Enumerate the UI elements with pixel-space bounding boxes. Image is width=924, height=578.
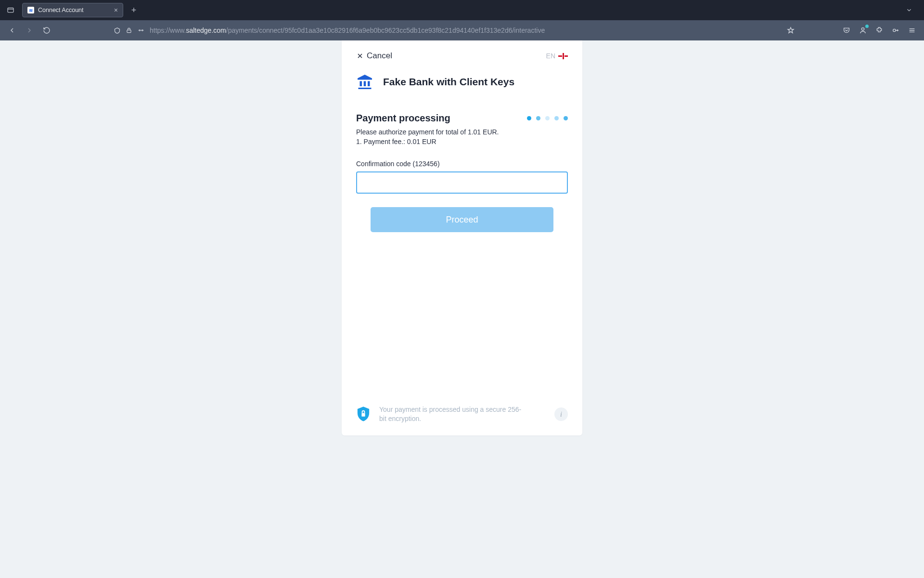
extensions-button[interactable] bbox=[872, 23, 886, 38]
pocket-button[interactable] bbox=[839, 23, 854, 38]
tabs-overflow-button[interactable] bbox=[906, 7, 921, 13]
svg-rect-1 bbox=[127, 30, 131, 32]
nav-reload-button[interactable] bbox=[39, 23, 54, 38]
security-footer-text: Your payment is processed using a secure… bbox=[379, 405, 524, 424]
page-viewport: Cancel EN Fake Bank with Client Keys Pay… bbox=[0, 40, 924, 578]
lock-icon[interactable] bbox=[126, 27, 132, 34]
nav-forward-button[interactable] bbox=[22, 23, 37, 38]
new-tab-button[interactable]: + bbox=[127, 5, 141, 15]
progress-dots bbox=[527, 116, 568, 120]
language-selector[interactable]: EN bbox=[546, 52, 568, 60]
shield-lock-icon bbox=[356, 406, 371, 422]
account-button[interactable] bbox=[856, 23, 870, 38]
tracking-protection-icon[interactable] bbox=[114, 27, 121, 34]
confirmation-code-label: Confirmation code (123456) bbox=[356, 160, 568, 168]
security-footer: Your payment is processed using a secure… bbox=[356, 405, 568, 424]
progress-dot bbox=[554, 116, 559, 120]
permissions-icon[interactable] bbox=[137, 27, 145, 34]
proceed-button[interactable]: Proceed bbox=[371, 207, 553, 232]
svg-rect-0 bbox=[8, 8, 13, 12]
bookmark-button[interactable] bbox=[783, 23, 798, 38]
card-header: Cancel EN bbox=[356, 51, 568, 61]
section-title: Payment processing bbox=[356, 113, 450, 124]
progress-dot bbox=[545, 116, 550, 120]
cancel-button[interactable]: Cancel bbox=[356, 51, 392, 61]
connect-card: Cancel EN Fake Bank with Client Keys Pay… bbox=[342, 40, 582, 435]
progress-dot bbox=[527, 116, 531, 120]
app-menu-button[interactable] bbox=[905, 23, 919, 38]
progress-dot bbox=[536, 116, 540, 120]
svg-point-3 bbox=[142, 30, 143, 31]
payment-line-1: Please authorize payment for total of 1.… bbox=[356, 128, 568, 137]
sidebar-toggle-icon[interactable] bbox=[3, 2, 18, 18]
tab-strip: ≋ Connect Account × + bbox=[0, 0, 924, 20]
language-code: EN bbox=[546, 52, 555, 60]
svg-point-5 bbox=[893, 29, 896, 31]
bank-row: Fake Bank with Client Keys bbox=[356, 73, 568, 91]
svg-point-4 bbox=[861, 28, 864, 30]
address-bar: https://www.saltedge.com/payments/connec… bbox=[0, 20, 924, 40]
progress-dot bbox=[564, 116, 568, 120]
payment-line-2: 1. Payment fee.: 0.01 EUR bbox=[356, 137, 568, 147]
nav-back-button[interactable] bbox=[5, 23, 19, 38]
bank-icon bbox=[356, 73, 373, 91]
toolbar-right bbox=[839, 23, 919, 38]
info-button[interactable]: i bbox=[554, 407, 568, 421]
cancel-label: Cancel bbox=[367, 51, 392, 61]
tab-favicon-icon: ≋ bbox=[27, 7, 34, 13]
svg-point-2 bbox=[139, 30, 140, 31]
url-text: https://www.saltedge.com/payments/connec… bbox=[150, 26, 545, 34]
tab-title: Connect Account bbox=[38, 7, 110, 13]
tab-close-button[interactable]: × bbox=[114, 7, 118, 13]
svg-rect-6 bbox=[361, 413, 365, 417]
password-button[interactable] bbox=[888, 23, 903, 38]
flag-uk-icon bbox=[558, 53, 568, 59]
section-header: Payment processing bbox=[356, 113, 568, 124]
browser-tab[interactable]: ≋ Connect Account × bbox=[22, 3, 123, 17]
payment-description: Please authorize payment for total of 1.… bbox=[356, 128, 568, 146]
url-field[interactable]: https://www.saltedge.com/payments/connec… bbox=[110, 23, 781, 38]
bank-name: Fake Bank with Client Keys bbox=[383, 76, 514, 88]
confirmation-code-input[interactable] bbox=[356, 171, 568, 194]
close-icon bbox=[356, 52, 364, 60]
browser-chrome: ≋ Connect Account × + bbox=[0, 0, 924, 40]
